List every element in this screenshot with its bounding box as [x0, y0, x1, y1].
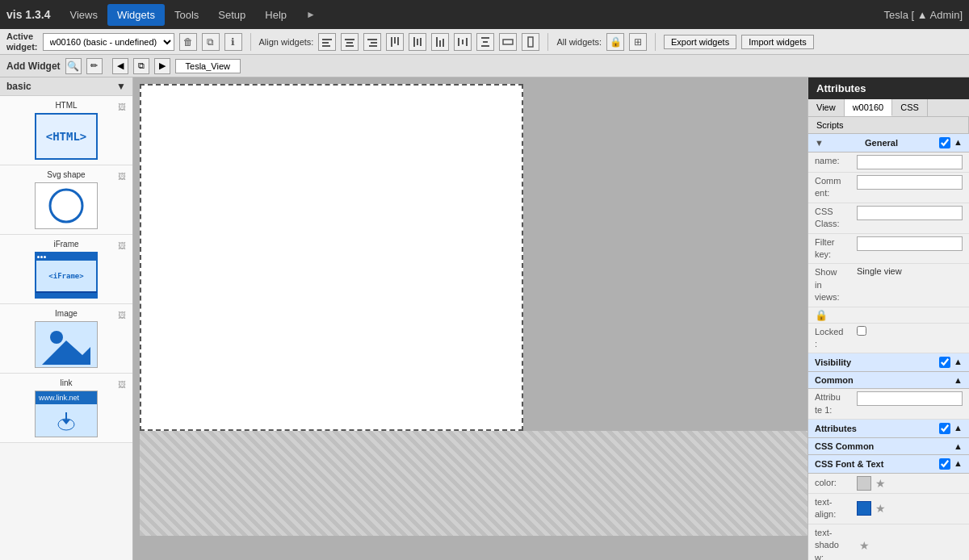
attr-filter-key-label: Filterkey:	[815, 236, 857, 261]
nav-expand-arrow[interactable]: ►	[300, 6, 322, 23]
copy-view-button[interactable]: ⧉	[133, 58, 149, 74]
text-shadow-star-btn[interactable]: ★	[857, 538, 871, 553]
nav-tools[interactable]: Tools	[165, 4, 208, 26]
attr-lock-row: 🔒	[808, 307, 969, 324]
nav-setup[interactable]: Setup	[208, 4, 255, 26]
svg-rect-1	[322, 42, 329, 44]
svg-rect-0	[322, 39, 332, 40]
widget-svg-label: Svg shape	[47, 170, 85, 179]
svg-point-26	[50, 190, 82, 222]
general-collapse-btn[interactable]: ▲	[954, 137, 963, 148]
align-bottom-icon[interactable]	[431, 33, 449, 51]
attr-text-align-label: text-align:	[815, 496, 857, 521]
export-widgets-button[interactable]: Export widgets	[664, 35, 736, 49]
tab-css[interactable]: CSS	[892, 99, 928, 116]
attrs-section-header[interactable]: Attributes ▲	[808, 420, 969, 438]
css-font-header-icons: ▲	[939, 458, 963, 470]
widget-link-icon: www.link.net	[35, 391, 98, 437]
all-widgets-lock-btn[interactable]: 🔒	[606, 33, 624, 51]
nav-widgets[interactable]: Widgets	[107, 4, 165, 26]
common-collapse-btn[interactable]: ▲	[954, 375, 963, 385]
canvas-area[interactable]	[133, 77, 808, 560]
css-common-header-icons: ▲	[954, 441, 963, 451]
add-widget-bar: Add Widget 🔍 ✏ ◀ ⧉ ▶ Tesla_View	[0, 55, 969, 77]
css-font-checkbox[interactable]	[939, 458, 950, 470]
widget-link[interactable]: link www.link.net 🖼	[0, 374, 132, 443]
attr-comment-row: Comment:	[808, 173, 969, 203]
nav-views[interactable]: Views	[61, 4, 107, 26]
distribute-v-icon[interactable]	[476, 33, 494, 51]
canvas-top[interactable]	[140, 84, 523, 431]
svg-rect-8	[369, 45, 377, 47]
info-button[interactable]: ℹ	[224, 33, 242, 51]
attrs-header-icons: ▲	[939, 423, 963, 434]
all-widgets-expand-btn[interactable]: ⊞	[629, 33, 647, 51]
widget-iframe-icon: <iFrame>	[35, 252, 98, 299]
nav-help[interactable]: Help	[255, 4, 296, 26]
attr-filter-key-input[interactable]	[857, 236, 963, 251]
delete-button[interactable]: 🗑	[179, 33, 197, 51]
attrs-collapse-btn[interactable]: ▲	[954, 423, 963, 434]
attrs-checkbox[interactable]	[939, 423, 950, 434]
copy-widget-button[interactable]: ⧉	[202, 33, 220, 51]
attr-text-shadow-row: text-shadow: ★	[808, 524, 969, 560]
tab-w00160[interactable]: w00160	[845, 99, 893, 116]
attr-name-input[interactable]	[857, 155, 963, 169]
same-height-icon[interactable]	[522, 33, 539, 51]
visibility-checkbox[interactable]	[939, 357, 950, 368]
distribute-h-icon[interactable]	[454, 33, 472, 51]
category-header[interactable]: basic ▼	[0, 77, 132, 96]
attributes-panel: Attributes View w00160 CSS Scripts ▼ Gen…	[808, 77, 969, 560]
attr-locked-label: Locked:	[815, 326, 857, 351]
widget-svg[interactable]: Svg shape 🖼	[0, 165, 132, 235]
active-widget-select[interactable]: w00160 (basic - undefined)	[43, 33, 174, 51]
tab-scripts[interactable]: Scripts	[808, 117, 969, 134]
search-widget-button[interactable]: 🔍	[65, 58, 82, 74]
align-left-icon[interactable]	[318, 33, 336, 51]
svg-rect-17	[443, 39, 444, 47]
css-font-section-header[interactable]: CSS Font & Text ▲	[808, 455, 969, 474]
text-align-btn[interactable]	[857, 501, 871, 516]
text-align-star-btn[interactable]: ★	[873, 501, 887, 516]
align-right-icon[interactable]	[363, 33, 381, 51]
common-section-header[interactable]: Common ▲	[808, 372, 969, 389]
edit-widget-button[interactable]: ✏	[86, 58, 103, 74]
svg-rect-3	[345, 39, 354, 40]
general-checkbox[interactable]	[939, 137, 950, 148]
css-font-collapse-btn[interactable]: ▲	[954, 458, 963, 470]
attrs-label: Attributes	[815, 424, 857, 433]
svg-rect-7	[371, 42, 377, 44]
color-picker-btn[interactable]	[857, 476, 871, 491]
svg-rect-5	[346, 45, 354, 47]
css-common-section-header[interactable]: CSS Common ▲	[808, 438, 969, 455]
attr-color-label: color:	[815, 477, 857, 489]
general-section-header[interactable]: ▼ General ▲	[808, 134, 969, 153]
import-widgets-button[interactable]: Import widgets	[741, 35, 814, 49]
attr-css-class-row: CSSClass:	[808, 203, 969, 234]
prev-view-button[interactable]: ◀	[112, 58, 128, 74]
svg-rect-18	[458, 38, 459, 46]
widget-image-img-icon: 🖼	[118, 311, 126, 320]
next-view-button[interactable]: ▶	[154, 58, 170, 74]
css-common-collapse-btn[interactable]: ▲	[954, 441, 963, 451]
attr-comment-label: Comment:	[815, 175, 857, 200]
widget-html[interactable]: HTML <HTML> 🖼	[0, 96, 132, 165]
attr-css-class-input[interactable]	[857, 206, 963, 220]
same-width-icon[interactable]	[499, 33, 517, 51]
attr-show-views-row: Showinviews: Single view	[808, 264, 969, 307]
align-middle-icon[interactable]	[409, 33, 426, 51]
attr-common-attr1-input[interactable]	[857, 391, 963, 406]
widget-iframe[interactable]: iFrame <iFrame> 🖼	[0, 235, 132, 304]
align-top-icon[interactable]	[386, 33, 404, 51]
visibility-section-header[interactable]: Visibility ▲	[808, 353, 969, 372]
align-center-h-icon[interactable]	[341, 33, 359, 51]
color-star-btn[interactable]: ★	[873, 476, 887, 491]
visibility-collapse-btn[interactable]: ▲	[954, 357, 963, 368]
attr-comment-input[interactable]	[857, 175, 963, 190]
tab-view[interactable]: View	[808, 99, 845, 116]
attributes-tab-row: View w00160 CSS	[808, 99, 969, 117]
view-tab[interactable]: Tesla_View	[175, 59, 241, 73]
widget-image[interactable]: Image 🖼	[0, 304, 132, 374]
common-label: Common	[815, 375, 854, 385]
attr-locked-checkbox[interactable]	[857, 326, 866, 336]
